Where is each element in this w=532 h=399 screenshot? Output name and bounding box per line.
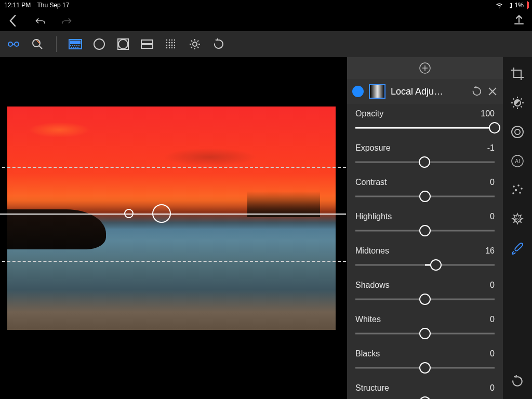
slider-track[interactable] [355, 156, 495, 168]
undo-button[interactable] [34, 15, 46, 26]
svg-point-16 [94, 39, 104, 49]
hand-tool-icon[interactable] [30, 37, 45, 51]
svg-text:AI: AI [515, 158, 520, 164]
svg-line-49 [521, 107, 522, 108]
slider-track[interactable] [355, 327, 495, 340]
slider-value: 0 [490, 178, 495, 187]
slider-label: Contrast [355, 178, 387, 187]
slider-value: 16 [485, 246, 495, 256]
slider-knob[interactable] [419, 396, 431, 399]
slider-track[interactable] [355, 122, 495, 134]
reset-all-icon[interactable] [510, 374, 525, 389]
slider-midtones: Midtones16 [355, 246, 495, 271]
slider-exposure: Exposure-1 [355, 143, 495, 168]
slider-label: Shadows [355, 281, 390, 290]
svg-point-30 [169, 45, 170, 46]
slider-blacks: Blacks0 [355, 349, 495, 374]
adjustment-title: Local Adju… [391, 86, 467, 97]
svg-rect-10 [76, 45, 77, 46]
slider-knob[interactable] [419, 191, 431, 202]
rect-tool-icon[interactable] [140, 37, 154, 51]
export-button[interactable] [513, 15, 525, 26]
linear-gradient-tool-icon[interactable] [68, 37, 83, 51]
view-tool-icon[interactable] [6, 37, 21, 51]
slider-value: 0 [490, 281, 495, 290]
gradient-thumbnail[interactable] [369, 84, 385, 99]
brush-tool-icon[interactable] [510, 241, 525, 256]
denoise-tool-icon[interactable] [510, 183, 525, 197]
settings-icon[interactable] [188, 37, 202, 51]
slider-track[interactable] [355, 259, 495, 271]
adjustment-header: Local Adju… [347, 79, 503, 104]
add-adjustment-button[interactable] [347, 57, 503, 79]
slider-track[interactable] [355, 396, 495, 399]
svg-point-24 [174, 39, 175, 41]
slider-value: 0 [490, 315, 495, 324]
toolbar [0, 31, 532, 57]
back-button[interactable] [7, 15, 19, 26]
slider-track[interactable] [355, 224, 495, 237]
effects-tool-icon[interactable]: FX [510, 212, 525, 227]
slider-knob[interactable] [489, 122, 500, 134]
svg-point-1 [15, 42, 19, 46]
svg-point-22 [169, 39, 170, 41]
gradient-rotate-handle[interactable] [124, 209, 134, 218]
slider-knob[interactable] [419, 294, 431, 305]
svg-point-34 [169, 47, 170, 48]
slider-knob[interactable] [419, 328, 431, 339]
gradient-center-line[interactable] [0, 214, 346, 215]
svg-point-27 [171, 42, 173, 44]
slider-knob[interactable] [430, 259, 442, 271]
svg-point-21 [166, 39, 167, 41]
slider-track[interactable] [355, 362, 495, 374]
side-toolbar: AI FX [503, 57, 532, 399]
photo-preview[interactable] [7, 107, 336, 330]
reset-icon[interactable] [211, 37, 226, 51]
svg-line-4 [39, 46, 42, 49]
gradient-center-handle[interactable] [152, 204, 171, 223]
slider-knob[interactable] [419, 362, 431, 374]
ai-tool-icon[interactable]: AI [510, 154, 525, 168]
close-adjustment-icon[interactable] [487, 86, 498, 97]
svg-point-0 [8, 42, 12, 46]
gradient-outer-line-top[interactable] [0, 167, 346, 168]
gradient-outer-line-bottom[interactable] [0, 261, 346, 262]
slider-track[interactable] [355, 190, 495, 203]
wifi-icon [496, 3, 503, 8]
adjustment-visibility-toggle[interactable] [352, 86, 364, 97]
status-time: 12:11 PM [4, 2, 31, 9]
svg-point-32 [174, 45, 175, 46]
svg-rect-12 [71, 47, 72, 48]
slider-knob[interactable] [419, 225, 431, 236]
radial-tool-icon[interactable] [92, 37, 107, 51]
reset-adjustment-icon[interactable] [472, 86, 482, 97]
slider-track[interactable] [355, 293, 495, 305]
svg-rect-6 [70, 41, 81, 44]
slider-structure: Structure0 [355, 383, 495, 399]
slider-label: Exposure [355, 143, 391, 153]
slider-knob[interactable] [419, 156, 430, 168]
svg-point-36 [174, 47, 175, 48]
square-tool-icon[interactable] [116, 37, 130, 51]
vignette-tool-icon[interactable] [510, 125, 525, 139]
grid-tool-icon[interactable] [164, 37, 178, 51]
svg-point-57 [517, 184, 520, 187]
svg-point-25 [166, 42, 167, 43]
svg-line-48 [513, 99, 514, 100]
canvas[interactable] [0, 57, 347, 399]
light-tool-icon[interactable] [510, 96, 525, 110]
moon-icon [506, 3, 512, 8]
svg-rect-7 [70, 45, 71, 46]
svg-point-29 [166, 45, 167, 46]
slider-label: Midtones [355, 246, 389, 256]
svg-point-28 [174, 42, 175, 43]
redo-button[interactable] [61, 15, 73, 26]
battery-icon [527, 2, 528, 9]
crop-tool-icon[interactable] [510, 66, 525, 81]
slider-label: Blacks [355, 349, 380, 358]
slider-label: Highlights [355, 212, 392, 221]
svg-point-58 [521, 188, 523, 190]
top-nav [0, 10, 532, 31]
svg-point-33 [166, 47, 167, 48]
svg-rect-15 [77, 47, 78, 48]
